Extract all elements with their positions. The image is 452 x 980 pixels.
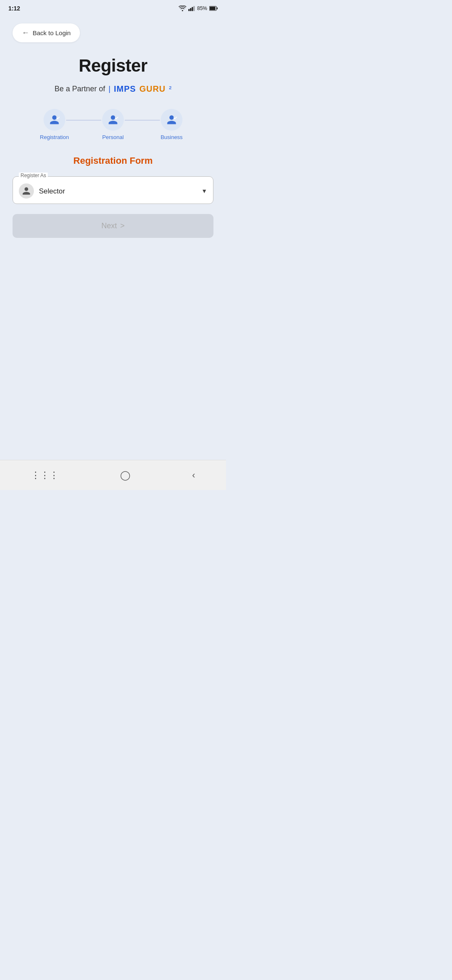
step-registration-label: Registration <box>40 134 69 140</box>
nav-back-icon[interactable]: ‹ <box>192 470 195 481</box>
step-registration-icon-circle <box>44 109 65 131</box>
svg-rect-3 <box>193 6 195 11</box>
step-business-label: Business <box>161 134 183 140</box>
step-personal-icon-circle <box>102 109 124 131</box>
back-to-login-button[interactable]: ← Back to Login <box>13 23 80 42</box>
steps-row: Registration Personal Business <box>13 109 213 140</box>
register-as-label: Register As <box>19 173 48 178</box>
brand-imps: IMPS <box>114 84 136 94</box>
register-as-select[interactable]: Selector Retailer Distributor Agent <box>39 187 196 195</box>
nav-home-icon[interactable]: ◯ <box>120 470 131 481</box>
status-time: 1:12 <box>8 5 20 12</box>
registration-icon <box>49 114 60 125</box>
partner-tagline: Be a Partner of |IMPS GURU² <box>13 84 213 94</box>
business-icon <box>166 114 177 125</box>
svg-rect-5 <box>210 7 216 10</box>
step-registration: Registration <box>25 109 84 140</box>
step-personal: Personal <box>84 109 142 140</box>
battery-icon <box>209 6 218 11</box>
user-icon-circle <box>19 183 34 199</box>
dropdown-arrow-icon: ▼ <box>201 188 207 194</box>
signal-icon <box>188 5 195 11</box>
next-arrow-icon: > <box>120 222 125 230</box>
personal-icon <box>108 114 118 125</box>
svg-rect-1 <box>190 8 191 11</box>
bottom-nav: ⋮⋮⋮ ◯ ‹ <box>0 460 226 490</box>
svg-rect-6 <box>217 8 218 9</box>
step-business-icon-circle <box>161 109 182 131</box>
svg-rect-0 <box>188 9 190 11</box>
register-as-field: Register As Selector Retailer Distributo… <box>13 176 213 204</box>
back-button-label: Back to Login <box>33 29 71 36</box>
partner-text-label: Be a Partner of <box>54 85 105 93</box>
wifi-icon <box>179 5 186 11</box>
form-section-title: Registration Form <box>13 155 213 166</box>
back-arrow-icon: ← <box>22 28 29 37</box>
user-icon <box>22 186 31 196</box>
step-personal-label: Personal <box>102 134 123 140</box>
main-content: ← Back to Login Register Be a Partner of… <box>0 15 226 460</box>
step-business: Business <box>142 109 201 140</box>
svg-rect-2 <box>192 7 193 11</box>
brand-guru: GURU <box>139 84 166 94</box>
status-icons: 85% <box>179 5 218 11</box>
page-title: Register <box>13 56 213 76</box>
registration-form: Registration Form Register As Selector R… <box>13 155 213 238</box>
brand-bracket-close: ² <box>169 85 172 93</box>
register-as-inner: Selector Retailer Distributor Agent ▼ <box>19 180 207 199</box>
next-button[interactable]: Next > <box>13 214 213 238</box>
battery-text: 85% <box>197 5 207 11</box>
nav-menu-icon[interactable]: ⋮⋮⋮ <box>31 470 59 481</box>
status-bar: 1:12 85% <box>0 0 226 15</box>
brand-bracket-open: | <box>108 85 110 93</box>
next-label: Next <box>101 222 117 230</box>
